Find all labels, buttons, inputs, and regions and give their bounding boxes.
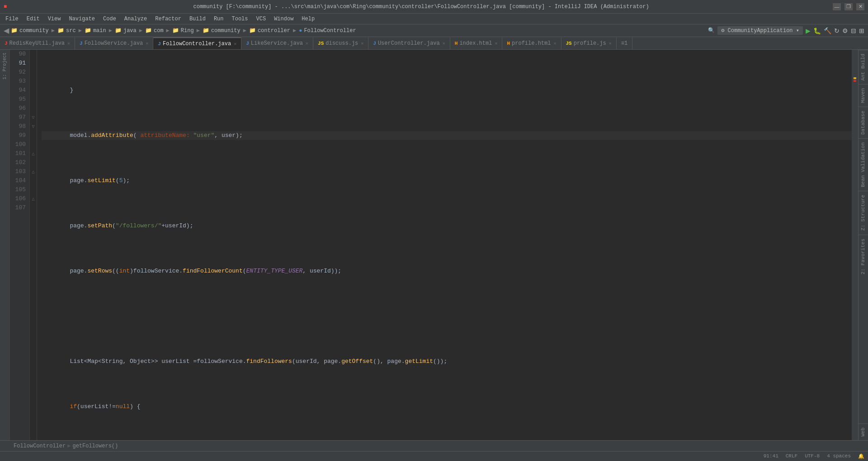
restore-button[interactable]: ❐ — [844, 3, 853, 10]
fold-100 — [30, 140, 37, 149]
run-controls: 🔍 ⚙ CommunityApplication ▾ ▶ 🐛 🔨 ↻ ⚙ ⊟ ⊞ — [708, 26, 864, 35]
line-93: 93 — [12, 77, 26, 86]
panel-web[interactable]: Web — [859, 423, 868, 440]
fold-98[interactable]: ▽ — [30, 122, 37, 131]
minimize-button[interactable]: — — [833, 3, 841, 10]
fold-97[interactable]: ▽ — [30, 113, 37, 122]
breadcrumb-getfollowers[interactable]: getFollowers() — [72, 443, 118, 449]
tab-followservice-label: FollowService.java — [85, 40, 143, 47]
gutter-mark-red — [854, 80, 856, 82]
tab-index-icon: H — [455, 41, 458, 46]
nav-back-button[interactable]: ◀ — [4, 26, 9, 35]
fold-103[interactable]: △ — [30, 167, 37, 176]
tab-likeservice-close[interactable]: ✕ — [306, 41, 308, 46]
code-area[interactable]: 90 91 92 93 94 95 96 97 98 99 100 101 10… — [10, 50, 858, 440]
tab-profilejs[interactable]: JS profile.js ✕ — [561, 38, 617, 49]
debug-button[interactable]: 🐛 — [813, 27, 821, 34]
tab-redis-close[interactable]: ✕ — [67, 41, 70, 46]
tab-profile[interactable]: H profile.html ✕ — [502, 38, 561, 49]
tab-redis[interactable]: J RedisKeyUtil.java ✕ — [0, 38, 75, 49]
nav-controller[interactable]: controller — [258, 28, 290, 34]
panel-ant-build[interactable]: Ant Build — [859, 50, 868, 84]
nav-folder-icon: 📁 — [11, 27, 18, 34]
indent[interactable]: 4 spaces — [827, 453, 851, 459]
fold-91 — [30, 59, 37, 68]
tab-profilejs-label: profile.js — [574, 40, 606, 47]
layout-button[interactable]: ⊟ — [851, 27, 856, 34]
tab-usercontroller-close[interactable]: ✕ — [443, 41, 445, 46]
menu-file[interactable]: File — [2, 15, 22, 23]
nav-community[interactable]: community — [19, 28, 49, 34]
main-layout: 1: Project 90 91 92 93 94 95 96 97 98 99… — [0, 50, 868, 440]
bottom-breadcrumb: FollowController ▶ getFollowers() — [0, 440, 868, 451]
refresh-button[interactable]: ↻ — [834, 27, 840, 34]
panel-structure[interactable]: Z: Structure — [859, 191, 868, 234]
close-button[interactable]: ✕ — [856, 3, 864, 10]
nav-java[interactable]: java — [123, 28, 137, 34]
tab-overflow[interactable]: ≡1 — [617, 38, 632, 49]
tab-usercontroller[interactable]: J UserController.java ✕ — [368, 38, 450, 49]
menu-navigate[interactable]: Navigate — [65, 15, 99, 23]
build-button[interactable]: 🔨 — [824, 27, 831, 34]
menu-refactor[interactable]: Refactor — [151, 15, 185, 23]
panel-maven[interactable]: Maven — [859, 84, 868, 107]
nav-followcontroller[interactable]: FollowController — [304, 28, 356, 34]
encoding[interactable]: UTF-8 — [805, 453, 820, 459]
nav-folder-java: 📁 — [115, 27, 122, 34]
nav-community2[interactable]: community — [211, 28, 241, 34]
breadcrumb-followcontroller[interactable]: FollowController — [14, 443, 66, 449]
tab-usercontroller-label: UserController.java — [378, 40, 440, 47]
tab-followservice-close[interactable]: ✕ — [146, 41, 148, 46]
expand-button[interactable]: ⊞ — [859, 27, 864, 34]
tab-discuss-close[interactable]: ✕ — [361, 41, 363, 46]
menu-analyze[interactable]: Analyze — [121, 15, 151, 23]
nav-com[interactable]: com — [154, 28, 164, 34]
tab-index[interactable]: H index.html ✕ — [450, 38, 503, 49]
line-103: 103 — [12, 167, 26, 176]
code-line-92: page.setLimit(5); — [42, 176, 852, 185]
tab-followcontroller[interactable]: J FollowController.java ✕ — [153, 38, 241, 49]
nav-ring[interactable]: Ring — [181, 28, 194, 34]
settings-button[interactable]: ⚙ — [842, 27, 848, 34]
menu-view[interactable]: View — [44, 15, 65, 23]
code-content[interactable]: } model.addAttribute( attributeName: "us… — [37, 50, 852, 440]
tab-discuss[interactable]: JS discuss.js ✕ — [313, 38, 368, 49]
tab-followservice[interactable]: J FollowService.java ✕ — [75, 38, 153, 49]
menu-window[interactable]: Window — [270, 15, 297, 23]
panel-favorites[interactable]: 2: Favorites — [859, 235, 868, 278]
menu-help[interactable]: Help — [298, 15, 318, 23]
tab-profile-close[interactable]: ✕ — [553, 41, 556, 46]
tab-index-close[interactable]: ✕ — [495, 41, 497, 46]
nav-src[interactable]: src — [66, 28, 76, 34]
gutter-mark-yellow — [854, 77, 856, 79]
fold-107 — [30, 203, 37, 212]
tab-profilejs-close[interactable]: ✕ — [609, 41, 612, 46]
tab-usercontroller-icon: J — [373, 41, 376, 46]
fold-101[interactable]: △ — [30, 149, 37, 158]
run-button[interactable]: ▶ — [806, 27, 811, 34]
tab-followcontroller-close[interactable]: ✕ — [234, 41, 236, 47]
breadcrumb-sep: ▶ — [67, 442, 71, 449]
nav-folder-main: 📁 — [85, 27, 91, 34]
fold-106[interactable]: △ — [30, 194, 37, 203]
menu-run[interactable]: Run — [210, 15, 227, 23]
sidebar-project[interactable]: 1: Project — [1, 50, 8, 82]
menu-vcs[interactable]: VCS — [253, 15, 270, 23]
nav-main[interactable]: main — [93, 28, 106, 34]
fold-92 — [30, 68, 37, 77]
panel-bean-validation[interactable]: Bean Validation — [859, 138, 868, 191]
menu-tools[interactable]: Tools — [228, 15, 252, 23]
menu-build[interactable]: Build — [186, 15, 209, 23]
search-icon[interactable]: 🔍 — [708, 27, 715, 34]
panel-database[interactable]: Database — [859, 107, 868, 138]
fold-104 — [30, 176, 37, 185]
right-gutter — [852, 50, 858, 440]
tab-likeservice[interactable]: J LikeService.java ✕ — [241, 38, 313, 49]
fold-99 — [30, 131, 37, 140]
menu-edit[interactable]: Edit — [23, 15, 43, 23]
line-ending[interactable]: CRLF — [786, 453, 797, 459]
line-92: 92 — [12, 68, 26, 77]
menu-code[interactable]: Code — [99, 15, 120, 23]
nav-folder-com: 📁 — [145, 27, 152, 34]
tab-likeservice-icon: J — [246, 41, 249, 46]
